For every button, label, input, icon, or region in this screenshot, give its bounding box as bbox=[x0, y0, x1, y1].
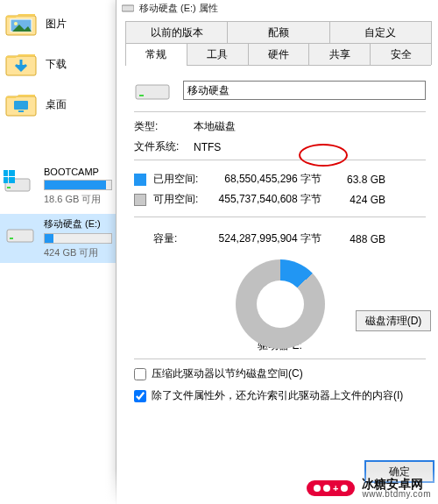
drive-usage-bar bbox=[44, 233, 112, 244]
index-option[interactable]: 除了文件属性外，还允许索引此驱动器上文件的内容(I) bbox=[134, 388, 426, 403]
svg-rect-11 bbox=[4, 177, 8, 183]
svg-rect-15 bbox=[122, 5, 134, 11]
tab-strip: 以前的版本 配额 自定义 常规 工具 硬件 共享 安全 bbox=[125, 21, 431, 66]
used-label: 已用空间: bbox=[153, 172, 206, 187]
svg-rect-5 bbox=[14, 101, 28, 110]
sidebar-drive-removable[interactable]: 移动硬盘 (E:) 424 GB 可用 bbox=[0, 214, 116, 263]
drive-icon bbox=[4, 221, 39, 247]
usage-donut-chart bbox=[236, 259, 325, 349]
compress-option[interactable]: 压缩此驱动器以节约磁盘空间(C) bbox=[134, 366, 426, 381]
drive-name: 移动硬盘 (E:) bbox=[44, 217, 112, 231]
sidebar-drive-bootcamp[interactable]: BOOTCAMP 18.6 GB 可用 bbox=[0, 163, 116, 209]
downloads-folder-icon bbox=[5, 51, 37, 77]
svg-rect-17 bbox=[139, 95, 144, 96]
tab-previous-versions[interactable]: 以前的版本 bbox=[125, 21, 228, 43]
drive-icon bbox=[122, 4, 134, 12]
dialog-titlebar: 移动硬盘 (E:) 属性 bbox=[117, 0, 438, 16]
free-swatch-icon bbox=[134, 194, 146, 206]
type-label: 类型: bbox=[134, 119, 194, 134]
free-bytes: 455,737,540,608 字节 bbox=[206, 192, 337, 207]
compress-checkbox[interactable] bbox=[134, 368, 146, 380]
tab-quota[interactable]: 配额 bbox=[227, 21, 329, 43]
tab-general[interactable]: 常规 bbox=[125, 43, 187, 65]
capacity-label: 容量: bbox=[153, 231, 206, 246]
compress-label: 压缩此驱动器以节约磁盘空间(C) bbox=[152, 366, 303, 381]
tab-customize[interactable]: 自定义 bbox=[329, 21, 432, 43]
os-drive-icon bbox=[4, 170, 39, 196]
svg-rect-6 bbox=[18, 110, 24, 112]
free-human: 424 GB bbox=[337, 194, 385, 206]
tab-hardware[interactable]: 硬件 bbox=[248, 43, 310, 65]
pictures-folder-icon bbox=[5, 11, 37, 37]
disk-cleanup-button[interactable]: 磁盘清理(D) bbox=[356, 310, 431, 331]
free-label: 可用空间: bbox=[153, 192, 206, 207]
svg-rect-16 bbox=[136, 85, 169, 99]
drive-icon bbox=[134, 78, 171, 103]
type-value: 本地磁盘 bbox=[194, 119, 236, 134]
tab-tools[interactable]: 工具 bbox=[187, 43, 249, 65]
drive-free-text: 424 GB 可用 bbox=[44, 246, 112, 259]
tab-security[interactable]: 安全 bbox=[370, 43, 432, 65]
svg-rect-12 bbox=[9, 177, 15, 183]
desktop-folder-icon bbox=[5, 91, 37, 117]
sidebar-folder-pictures[interactable]: 图片 bbox=[0, 4, 116, 44]
capacity-human: 488 GB bbox=[337, 233, 385, 245]
sidebar-folder-desktop[interactable]: 桌面 bbox=[0, 84, 116, 124]
dialog-title: 移动硬盘 (E:) 属性 bbox=[139, 2, 218, 15]
svg-point-2 bbox=[14, 22, 18, 25]
used-human: 63.8 GB bbox=[337, 174, 385, 186]
filesystem-label: 文件系统: bbox=[134, 139, 194, 154]
svg-rect-9 bbox=[4, 170, 8, 176]
ok-button[interactable]: 确定 bbox=[364, 460, 434, 483]
used-bytes: 68,550,455,296 字节 bbox=[206, 172, 337, 187]
index-checkbox[interactable] bbox=[134, 390, 146, 402]
svg-rect-10 bbox=[9, 170, 15, 176]
drive-free-text: 18.6 GB 可用 bbox=[44, 193, 112, 206]
sidebar-folder-label: 桌面 bbox=[46, 97, 67, 112]
sidebar-folder-downloads[interactable]: 下载 bbox=[0, 44, 116, 84]
tab-sharing[interactable]: 共享 bbox=[308, 43, 371, 65]
capacity-bytes: 524,287,995,904 字节 bbox=[206, 231, 337, 246]
drive-name-input[interactable] bbox=[183, 81, 426, 100]
drive-properties-dialog: 移动硬盘 (E:) 属性 以前的版本 配额 自定义 常规 工具 硬件 共享 安全… bbox=[116, 0, 438, 504]
svg-rect-8 bbox=[7, 187, 11, 188]
svg-rect-13 bbox=[7, 230, 33, 242]
sidebar-folder-label: 下载 bbox=[46, 57, 67, 72]
index-label: 除了文件属性外，还允许索引此驱动器上文件的内容(I) bbox=[152, 388, 403, 403]
drive-name: BOOTCAMP bbox=[44, 167, 112, 177]
explorer-sidebar: 图片 下载 桌面 bbox=[0, 0, 116, 491]
filesystem-value: NTFS bbox=[194, 141, 221, 153]
svg-rect-14 bbox=[10, 238, 13, 239]
sidebar-folder-label: 图片 bbox=[46, 17, 67, 32]
used-swatch-icon bbox=[134, 174, 146, 186]
drive-usage-bar bbox=[44, 180, 112, 190]
